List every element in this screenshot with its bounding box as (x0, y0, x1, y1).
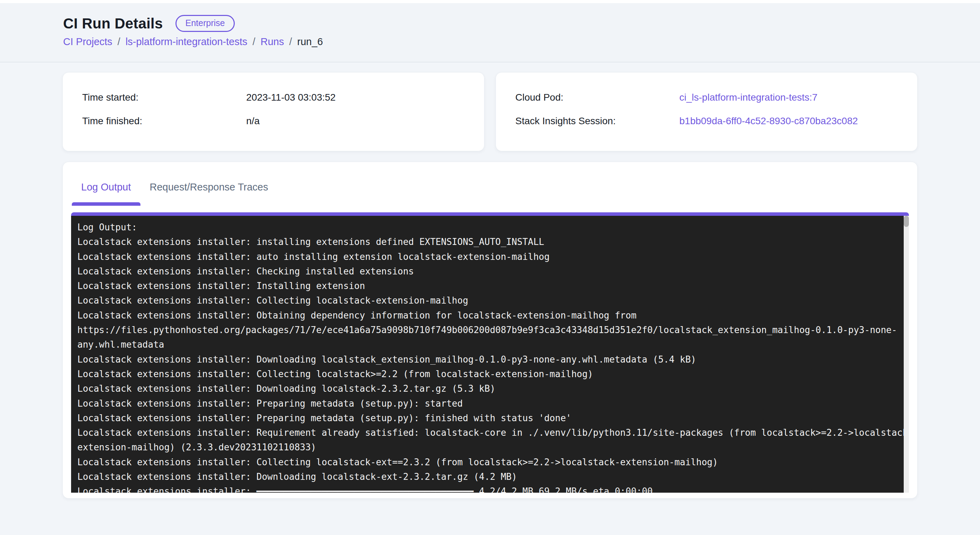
breadcrumb: CI Projects / ls-platform-integration-te… (63, 35, 918, 48)
terminal-row: Log Output:Localstack extensions install… (71, 216, 909, 493)
log-scrollbar-track[interactable] (904, 216, 909, 493)
log-card: Log Output Request/Response Traces Log O… (62, 162, 918, 498)
breadcrumb-link-project[interactable]: ls-platform-integration-tests (126, 35, 247, 48)
log-scrollbar-thumb[interactable] (904, 216, 909, 227)
log-line: Localstack extensions installer: ━━━━━━━… (77, 484, 897, 493)
session-card: Cloud Pod: ci_ls-platform-integration-te… (496, 72, 918, 151)
time-started-label: Time started: (82, 91, 246, 104)
cloud-pod-label: Cloud Pod: (515, 91, 679, 104)
log-line: Localstack extensions installer: Downloa… (77, 470, 897, 484)
stack-insights-label: Stack Insights Session: (515, 114, 679, 128)
enterprise-badge: Enterprise (175, 15, 235, 32)
log-line: Localstack extensions installer: Downloa… (77, 381, 897, 396)
log-line: Log Output: (77, 220, 897, 234)
terminal-top-bar (71, 212, 909, 216)
breadcrumb-current-run: run_6 (297, 35, 323, 48)
time-started-value: 2023-11-03 03:03:52 (246, 91, 336, 104)
cloud-pod-row: Cloud Pod: ci_ls-platform-integration-te… (515, 91, 898, 104)
tab-log-output-label: Log Output (81, 182, 131, 193)
log-line: Localstack extensions installer: Collect… (77, 367, 897, 381)
log-line: Localstack extensions installer: Prepari… (77, 411, 897, 425)
breadcrumb-separator: / (253, 35, 255, 48)
log-output[interactable]: Log Output:Localstack extensions install… (71, 216, 904, 493)
log-line: Localstack extensions installer: Collect… (77, 293, 897, 308)
time-started-row: Time started: 2023-11-03 03:03:52 (82, 91, 465, 104)
log-line: Localstack extensions installer: Require… (77, 425, 897, 440)
tab-log-output[interactable]: Log Output (72, 168, 140, 206)
log-terminal: Log Output:Localstack extensions install… (71, 212, 909, 493)
main-content: Time started: 2023-11-03 03:03:52 Time f… (0, 72, 980, 498)
top-strip (0, 0, 980, 3)
active-tab-indicator (72, 202, 140, 206)
breadcrumb-separator: / (118, 35, 120, 48)
log-line: Localstack extensions installer: Checkin… (77, 264, 897, 279)
log-line: Localstack extensions installer: Collect… (77, 455, 897, 470)
log-line: Localstack extensions installer: Downloa… (77, 352, 897, 367)
tab-traces-label: Request/Response Traces (150, 182, 269, 193)
stack-insights-row: Stack Insights Session: b1bb09da-6ff0-4c… (515, 114, 898, 128)
page-title: CI Run Details (63, 15, 163, 32)
title-row: CI Run Details Enterprise (63, 15, 918, 32)
log-line: Localstack extensions installer: auto in… (77, 250, 897, 264)
log-line: any.whl.metadata (77, 337, 897, 352)
tab-bar: Log Output Request/Response Traces (63, 162, 917, 206)
page-header: CI Run Details Enterprise CI Projects / … (0, 3, 980, 62)
stack-insights-link[interactable]: b1bb09da-6ff0-4c52-8930-c870ba23c082 (679, 114, 858, 128)
tab-request-response-traces[interactable]: Request/Response Traces (140, 168, 278, 206)
breadcrumb-link-runs[interactable]: Runs (261, 35, 284, 48)
log-line: Localstack extensions installer: Install… (77, 279, 897, 293)
time-finished-value: n/a (246, 114, 260, 128)
time-finished-label: Time finished: (82, 114, 246, 128)
time-finished-row: Time finished: n/a (82, 114, 465, 128)
run-times-card: Time started: 2023-11-03 03:03:52 Time f… (62, 72, 484, 151)
log-line: https://files.pythonhosted.org/packages/… (77, 323, 897, 337)
log-line: Localstack extensions installer: Prepari… (77, 396, 897, 411)
cloud-pod-link[interactable]: ci_ls-platform-integration-tests:7 (679, 91, 817, 104)
log-line: Localstack extensions installer: Obtaini… (77, 308, 897, 323)
info-cards-row: Time started: 2023-11-03 03:03:52 Time f… (62, 72, 918, 151)
log-line: Localstack extensions installer: install… (77, 234, 897, 249)
breadcrumb-separator: / (289, 35, 292, 48)
breadcrumb-link-ci-projects[interactable]: CI Projects (63, 35, 112, 48)
log-line: extension-mailhog) (2.3.3.dev20231102110… (77, 440, 897, 454)
